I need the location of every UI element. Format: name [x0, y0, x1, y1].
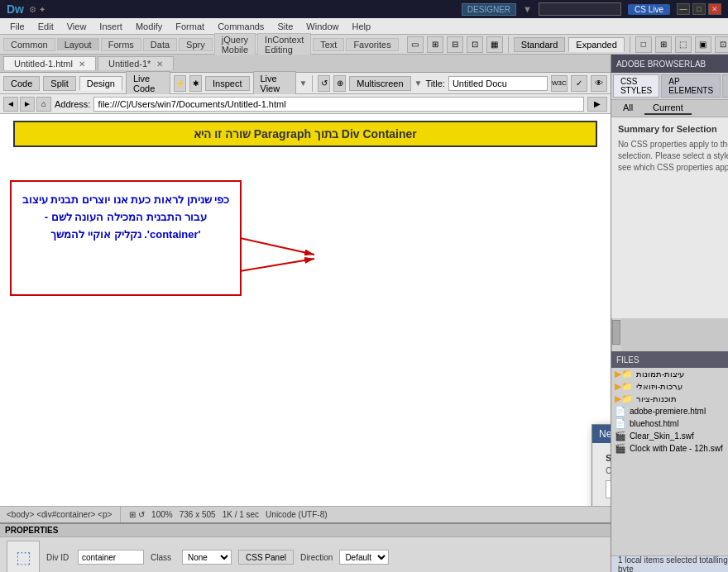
panel-subtab-current[interactable]: Current	[644, 102, 692, 115]
app-container: Dw ⚙ ✦ DESIGNER ▼ CS Live — □ ✕ File Edi…	[0, 0, 728, 572]
icon-1[interactable]: ▭	[407, 36, 424, 53]
insert-tab-data[interactable]: Data	[143, 38, 177, 51]
insert-tab-forms[interactable]: Forms	[101, 38, 141, 51]
live-code-btn[interactable]: Live Code	[126, 71, 170, 96]
menu-file[interactable]: File	[3, 20, 31, 33]
menu-edit[interactable]: Edit	[31, 20, 60, 33]
panel-header: ADOBE BROWSERLAB ≡ ✕	[611, 55, 728, 73]
maximize-button[interactable]: □	[692, 3, 706, 15]
title-input[interactable]	[448, 76, 548, 91]
yellow-bar: שורה זו היא Paragraph בתוך Div Container	[13, 121, 597, 147]
list-item[interactable]: ▶📁 עיצות-תמונות	[611, 368, 728, 380]
designer-badge: DESIGNER	[462, 3, 516, 16]
panel-content: Summary for Selection No CSS properties …	[611, 117, 728, 318]
insert-tab-favorites[interactable]: Favorites	[346, 38, 398, 51]
menu-modify[interactable]: Modify	[129, 20, 169, 33]
icon-7[interactable]: ⊞	[655, 36, 672, 53]
list-item[interactable]: 📄 adobe-premiere.html	[611, 405, 728, 417]
insert-tab-common[interactable]: Common	[3, 38, 55, 51]
insert-tab-spry[interactable]: Spry	[179, 38, 213, 51]
status-bar: <body> <div#container> <p> ⊞ ↺ 100% 736 …	[0, 506, 611, 522]
close-button[interactable]: ✕	[708, 3, 721, 15]
bottom-status: 1 local items selected totalling 18782 b…	[611, 555, 728, 572]
menu-commands[interactable]: Commands	[211, 20, 271, 33]
toolbar2: Code Split Design Live Code ⚡ ✱ Inspect …	[0, 73, 611, 94]
cs-live-badge[interactable]: CS Live	[628, 4, 670, 15]
insert-tab-layout[interactable]: Layout	[57, 38, 99, 50]
panel-tab-ap[interactable]: AP ELEMENTS	[661, 74, 721, 98]
insert-tab-jquery[interactable]: jQuery Mobile	[214, 33, 256, 56]
css-panel-btn[interactable]: CSS Panel	[238, 550, 294, 565]
file-name-7: Clock with Date - 12h.swf	[630, 444, 723, 453]
selector-type-select[interactable]: ID (applies to only one HTML element)	[606, 480, 611, 498]
code-view-btn[interactable]: Code	[3, 76, 40, 91]
icon-9[interactable]: ▣	[695, 36, 711, 53]
icon-5[interactable]: ▦	[486, 36, 503, 53]
panel-summary-desc: No CSS properties apply to the current s…	[618, 139, 728, 174]
icon-2[interactable]: ⊞	[427, 36, 443, 53]
globe-icon[interactable]: ⊕	[333, 75, 346, 92]
icon-8[interactable]: ⬚	[675, 36, 692, 53]
status-icons: ⊞ ↺	[129, 510, 145, 519]
multiscreen-btn[interactable]: Multiscreen	[349, 76, 410, 91]
doc-tab-2[interactable]: Untitled-1* ✕	[98, 56, 174, 70]
selector-type-desc: Choose a contextual selector type for yo…	[606, 466, 611, 475]
menu-view[interactable]: View	[60, 20, 93, 33]
menu-insert[interactable]: Insert	[93, 20, 129, 33]
class-select[interactable]: None	[182, 550, 232, 565]
list-item[interactable]: ▶📁 ערכות-ויזואלי	[611, 380, 728, 393]
check-icon[interactable]: ✓	[571, 75, 587, 92]
code-icon-1[interactable]: ⚡	[174, 75, 186, 92]
div-id-input[interactable]	[78, 550, 144, 565]
design-view-btn[interactable]: Design	[79, 76, 122, 91]
w3c-icon[interactable]: W3C	[551, 75, 568, 92]
forward-btn[interactable]: ►	[20, 97, 35, 112]
list-item[interactable]: 🎬 Clock with Date - 12h.swf	[611, 442, 728, 455]
search-input[interactable]	[539, 2, 621, 16]
menu-help[interactable]: Help	[345, 20, 377, 33]
split-view-btn[interactable]: Split	[43, 76, 75, 91]
panel-subtab-all[interactable]: All	[615, 102, 641, 115]
panel-tabs: CSS STYLES AP ELEMENTS TAG INSPECTOR	[611, 73, 728, 100]
live-view-btn[interactable]: Live View	[253, 71, 296, 96]
minimize-button[interactable]: —	[677, 3, 690, 15]
doc-tab-1-close[interactable]: ✕	[79, 60, 85, 69]
scrollbar-thumb[interactable]	[612, 320, 620, 345]
home-btn[interactable]: ⌂	[36, 97, 51, 112]
refresh-icon[interactable]: ↺	[318, 75, 330, 92]
file-list: ▶📁 עיצות-תמונות ▶📁 ערכות-ויזואלי ▶📁 תוכנ…	[611, 368, 728, 555]
menu-window[interactable]: Window	[299, 20, 345, 33]
icon-3[interactable]: ⊟	[447, 36, 463, 53]
modal-body: Selector Type: Choose a contextual selec…	[592, 443, 611, 506]
back-btn[interactable]: ◄	[3, 97, 18, 112]
address-input[interactable]	[93, 97, 583, 112]
arrows-svg	[240, 213, 339, 296]
panel-tab-css[interactable]: CSS STYLES	[613, 74, 659, 98]
icon-4[interactable]: ⊡	[467, 36, 483, 53]
icon-6[interactable]: □	[635, 36, 652, 53]
visual-aids-icon[interactable]: 👁	[591, 75, 607, 92]
modal-title-bar: New CSS Rule ✕	[592, 425, 611, 443]
address-go-btn[interactable]: ▶	[587, 97, 607, 112]
doc-tab-2-close[interactable]: ✕	[156, 60, 163, 69]
insert-tab-incontext[interactable]: InContext Editing	[257, 33, 311, 56]
inspect-btn[interactable]: Inspect	[205, 76, 249, 91]
standard-tab[interactable]: Standard	[514, 37, 566, 52]
menu-site[interactable]: Site	[271, 20, 299, 33]
list-item[interactable]: 🎬 Clear_Skin_1.swf	[611, 430, 728, 442]
doc-tab-1[interactable]: Untitled-1.html ✕	[3, 56, 96, 70]
list-item[interactable]: ▶📁 תוכנות-ציור	[611, 393, 728, 405]
panel-tab-tag[interactable]: TAG INSPECTOR	[722, 74, 728, 98]
menu-format[interactable]: Format	[169, 20, 211, 33]
div-icon: ⬚	[7, 541, 40, 572]
direction-select[interactable]: Default	[339, 550, 389, 565]
insert-tab-text[interactable]: Text	[313, 38, 344, 51]
expanded-tab[interactable]: Expanded	[568, 37, 625, 52]
live-view-arrow: ▼	[299, 79, 308, 88]
list-item[interactable]: 📄 bluehost.html	[611, 417, 728, 430]
icon-10[interactable]: ⊡	[715, 36, 728, 53]
status-size: 1K / 1 sec	[223, 510, 259, 519]
code-icon-2[interactable]: ✱	[189, 75, 202, 92]
modal-title: New CSS Rule	[599, 428, 611, 440]
panel-scrollbar[interactable]	[611, 318, 621, 351]
